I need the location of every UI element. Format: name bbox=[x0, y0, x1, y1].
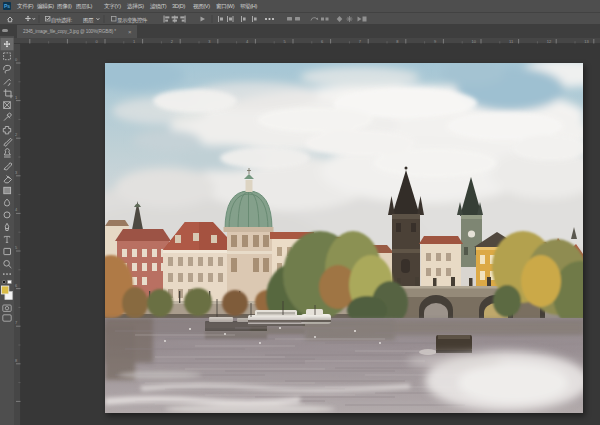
svg-text:12: 12 bbox=[547, 39, 552, 44]
svg-text:13: 13 bbox=[584, 39, 589, 44]
svg-text:10: 10 bbox=[472, 39, 477, 44]
